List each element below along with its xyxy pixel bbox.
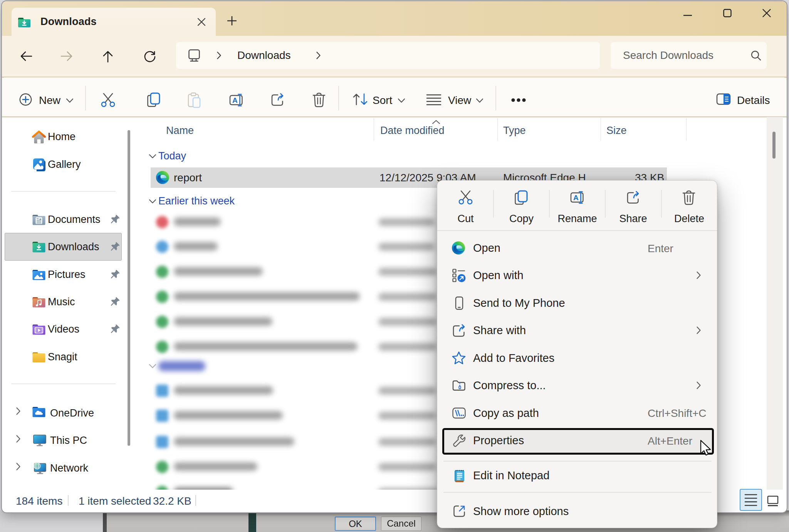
svg-text:A: A	[232, 96, 238, 104]
svg-text:A: A	[573, 194, 579, 202]
